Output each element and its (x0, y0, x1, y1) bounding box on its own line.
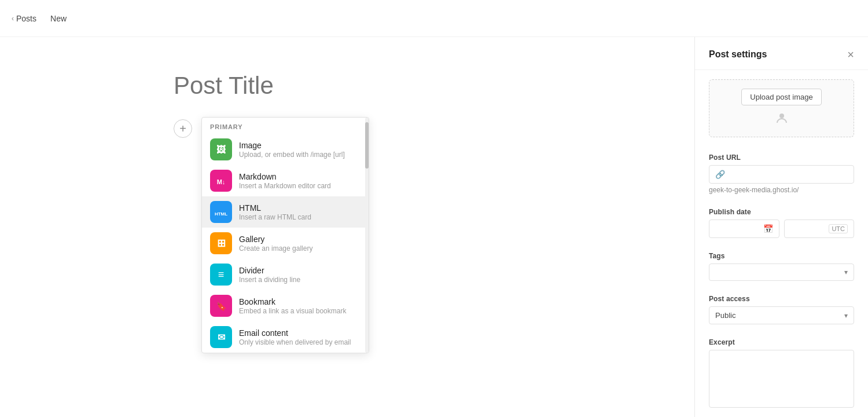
divider-card-text: Divider Insert a dividing line (239, 266, 300, 284)
upload-post-image-area: Upload post image (709, 79, 854, 137)
upload-post-image-button[interactable]: Upload post image (741, 89, 821, 105)
tags-label: Tags (709, 252, 854, 260)
bookmark-icon (216, 300, 226, 312)
markdown-card-icon (210, 170, 232, 192)
back-label: Posts (16, 14, 36, 23)
scrollbar-thumb (365, 122, 369, 169)
card-item-gallery[interactable]: Gallery Create an image gallery (202, 228, 369, 259)
image-card-text: Image Upload, or embed with /image [url] (239, 141, 345, 159)
html-card-icon (210, 201, 232, 223)
post-url-hint: geek-to-geek-media.ghost.io/ (709, 186, 854, 194)
card-item-image[interactable]: Image Upload, or embed with /image [url] (202, 134, 369, 165)
post-access-select[interactable]: Public ▾ (709, 306, 854, 324)
post-url-label: Post URL (709, 153, 854, 162)
divider-card-name: Divider (239, 266, 300, 275)
markdown-card-text: Markdown Insert a Markdown editor card (239, 172, 331, 190)
timezone-label: UTC (829, 224, 848, 233)
post-title-input[interactable] (174, 72, 521, 100)
card-item-bookmark[interactable]: Bookmark Embed a link as a visual bookma… (202, 290, 369, 321)
bookmark-card-icon (210, 295, 232, 317)
close-sidebar-button[interactable]: × (847, 49, 854, 60)
chevron-down-icon: ▾ (844, 312, 848, 320)
html-icon (215, 206, 227, 218)
publish-date-input[interactable]: 2022-12-20 (715, 225, 760, 233)
markdown-icon (217, 175, 226, 187)
card-section-label: PRIMARY (202, 118, 369, 134)
email-card-name: Email content (239, 328, 351, 338)
divider-card-icon (210, 264, 232, 286)
date-time-row: 2022-12-20 📅 18:20 UTC (709, 220, 854, 238)
html-card-desc: Insert a raw HTML card (239, 213, 311, 221)
bookmark-card-desc: Embed a link as a visual bookmark (239, 307, 346, 315)
card-item-markdown[interactable]: Markdown Insert a Markdown editor card (202, 165, 369, 196)
image-card-desc: Upload, or embed with /image [url] (239, 151, 345, 159)
post-settings-sidebar: Post settings × Upload post image Post U… (694, 37, 868, 417)
image-card-icon (210, 138, 232, 160)
nav-current-page: New (50, 14, 67, 23)
publish-time-input[interactable]: 18:20 (790, 225, 826, 233)
publish-time-input-wrapper[interactable]: 18:20 UTC (784, 220, 855, 238)
publish-date-input-wrapper[interactable]: 2022-12-20 📅 (709, 220, 779, 238)
link-icon: 🔗 (715, 170, 725, 179)
card-item-html[interactable]: HTML Insert a raw HTML card (202, 196, 369, 228)
bookmark-card-text: Bookmark Embed a link as a visual bookma… (239, 297, 346, 315)
back-to-posts-link[interactable]: ‹ Posts (12, 14, 36, 23)
gallery-card-desc: Create an image gallery (239, 244, 312, 253)
svg-point-0 (779, 114, 784, 118)
divider-icon (218, 269, 225, 281)
scrollbar[interactable] (365, 118, 369, 353)
editor-row: + PRIMARY Image Upload, or embed with /i… (174, 117, 521, 353)
image-icon (216, 144, 226, 156)
gallery-icon (217, 237, 226, 250)
email-card-desc: Only visible when delivered by email (239, 338, 351, 346)
editor-area: + PRIMARY Image Upload, or embed with /i… (0, 37, 694, 417)
divider-card-desc: Insert a dividing line (239, 276, 300, 284)
gallery-card-name: Gallery (239, 235, 312, 244)
tags-select[interactable]: ▾ (709, 264, 854, 281)
top-nav: ‹ Posts New (0, 0, 868, 37)
chevron-down-icon: ▾ (844, 268, 848, 276)
email-icon (218, 331, 225, 343)
publish-date-label: Publish date (709, 208, 854, 216)
sidebar-title: Post settings (709, 49, 767, 60)
person-icon (775, 111, 789, 129)
calendar-icon: 📅 (763, 224, 773, 233)
chevron-left-icon: ‹ (12, 14, 14, 23)
excerpt-label: Excerpt (709, 338, 854, 346)
gallery-card-icon (210, 232, 232, 254)
card-item-email[interactable]: Email content Only visible when delivere… (202, 321, 369, 353)
card-item-divider[interactable]: Divider Insert a dividing line (202, 259, 369, 290)
markdown-card-name: Markdown (239, 172, 331, 181)
post-access-section: Post access Public ▾ (695, 288, 868, 331)
post-url-section: Post URL 🔗 geek-to-geek-media.ghost.io/ (695, 147, 868, 201)
post-access-label: Post access (709, 295, 854, 303)
bookmark-card-name: Bookmark (239, 297, 346, 306)
tags-section: Tags ▾ (695, 245, 868, 288)
email-card-text: Email content Only visible when delivere… (239, 328, 351, 346)
main-area: + PRIMARY Image Upload, or embed with /i… (0, 37, 868, 417)
publish-date-section: Publish date 2022-12-20 📅 18:20 UTC (695, 201, 868, 245)
post-url-input-wrapper[interactable]: 🔗 (709, 165, 854, 184)
markdown-card-desc: Insert a Markdown editor card (239, 182, 331, 190)
excerpt-textarea[interactable] (709, 350, 854, 408)
plus-icon: + (179, 123, 186, 134)
email-card-icon (210, 326, 232, 348)
post-url-input[interactable] (730, 170, 848, 179)
post-access-value: Public (715, 311, 735, 320)
card-picker-dropdown: PRIMARY Image Upload, or embed with /ima… (201, 117, 369, 353)
image-card-name: Image (239, 141, 345, 150)
excerpt-section: Excerpt (695, 331, 868, 417)
sidebar-header: Post settings × (695, 37, 868, 70)
add-card-button[interactable]: + (174, 119, 192, 138)
html-card-text: HTML Insert a raw HTML card (239, 203, 311, 221)
html-card-name: HTML (239, 203, 311, 213)
gallery-card-text: Gallery Create an image gallery (239, 235, 312, 253)
